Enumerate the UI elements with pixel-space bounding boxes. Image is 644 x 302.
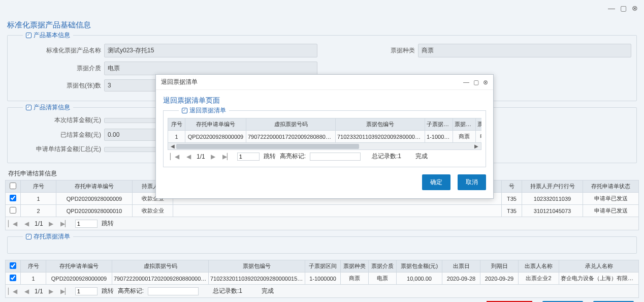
th: 到期日	[480, 260, 519, 273]
h-scrollbar[interactable]: ◀ ▶	[168, 143, 481, 150]
hl-input[interactable]	[310, 153, 361, 161]
check-icon	[26, 105, 31, 110]
settle-pager: ▏◀ ◀ 1/1 ▶ ▶▏ 跳转	[5, 217, 639, 230]
cancel-button[interactable]: 取消	[458, 174, 486, 190]
label-this-amt: 本次结算金额(元)	[13, 116, 104, 125]
window-minimize-icon[interactable]: —	[608, 4, 615, 12]
th: 票据包编号	[336, 118, 425, 131]
th: 存托申请单编号	[185, 118, 246, 131]
pager-jump[interactable]: 跳转	[264, 152, 276, 161]
th: 虚拟票据号码	[246, 118, 336, 131]
modal-title: 退回票据清单	[161, 78, 198, 86]
pager-page-input[interactable]	[237, 153, 260, 161]
pager-jump[interactable]: 跳转	[102, 287, 114, 295]
scroll-right-icon[interactable]: ▶	[473, 143, 480, 149]
th-seq: 序号	[21, 180, 56, 193]
input-product-name[interactable]: 测试y023-存托15	[104, 44, 317, 57]
cell-suffix: T35	[502, 193, 522, 205]
pager-total: 总记录数:1	[372, 152, 401, 161]
pager-done: 完成	[262, 287, 274, 295]
th: 票据介	[476, 118, 482, 131]
modal-table: 序号 存托申请单编号 虚拟票据号码 票据包编号 子票据区间 票据种类 票据介 1…	[168, 118, 481, 143]
th-status: 存托申请单状态	[583, 180, 639, 193]
table-row[interactable]: 1 QPD20200928000009 79072220000172020092…	[6, 273, 639, 285]
pager-prev[interactable]: ◀	[23, 220, 30, 227]
pager-next[interactable]: ▶	[209, 153, 217, 160]
modal-return-list: 退回票据清单 — ▢ ⊗ 退回票据清单页面 退回票据清单 序号 存托申请单编号 …	[155, 74, 494, 199]
window-close-icon[interactable]: ⊗	[632, 4, 638, 12]
table-row[interactable]: 1 QPD20200928000009 79072220000172020092…	[168, 131, 482, 143]
scroll-left-icon[interactable]: ◀	[169, 143, 176, 149]
label-bill-media: 票据介质	[13, 64, 104, 73]
pager-total: 总记录数:1	[213, 287, 242, 295]
input-bill-kind[interactable]: 商票	[418, 44, 631, 57]
row-check[interactable]	[10, 275, 16, 281]
cell: 1-1000000	[425, 131, 453, 143]
pager-first[interactable]: ▏◀	[7, 288, 19, 295]
pager-first[interactable]: ▏◀	[169, 153, 181, 160]
scroll-thumb[interactable]	[176, 144, 359, 149]
cell: 7907222000017202009280880000830	[112, 273, 209, 285]
cell: QPD20200928000009	[185, 131, 246, 143]
modal-maximize-icon[interactable]: ▢	[473, 79, 479, 86]
pager-jump[interactable]: 跳转	[102, 219, 114, 228]
cell: 赛企电力设备（上海）有限公司	[559, 273, 639, 285]
th: 票据包编号	[209, 260, 305, 273]
th: 子票据区间	[305, 260, 341, 273]
cell: 出票企业2	[519, 273, 559, 285]
cell-branch: 310121045073	[522, 205, 583, 217]
basic-legend: 产品基本信息	[34, 31, 70, 40]
hl-input[interactable]	[148, 287, 199, 295]
pager-last[interactable]: ▶▏	[59, 288, 71, 295]
cell: 7907222000017202009280880000830	[246, 131, 336, 143]
settle-check-all[interactable]	[10, 183, 16, 189]
input-bill-media[interactable]: 电票	[104, 62, 317, 75]
cell: 1	[21, 273, 46, 285]
row-check[interactable]	[10, 195, 16, 201]
check-icon	[26, 234, 31, 239]
cell: 10,000.00	[397, 273, 442, 285]
ok-button[interactable]: 确定	[422, 174, 450, 190]
cell: 2020-09-28	[442, 273, 480, 285]
bill-pager: ▏◀ ◀ 1/1 ▶ ▶▏ 跳转 高亮标记: 总记录数:1 完成	[5, 285, 639, 298]
cell: 电票	[476, 131, 482, 143]
label-pkg-count: 票据包(张)数	[13, 81, 104, 90]
cell: 商票	[453, 131, 476, 143]
check-icon	[182, 108, 187, 113]
cell: 2020-09-29	[480, 273, 519, 285]
row-check[interactable]	[10, 207, 16, 214]
hl-label: 高亮标记:	[118, 287, 144, 295]
modal-minimize-icon[interactable]: —	[463, 79, 469, 86]
modal-page-title: 退回票据清单页面	[163, 96, 486, 105]
cell: 1-1000000	[305, 273, 341, 285]
cell-apply: QPD20200928000009	[56, 193, 133, 205]
pager-last[interactable]: ▶▏	[221, 153, 233, 160]
label-bill-kind: 票据种类	[367, 46, 418, 55]
window-maximize-icon[interactable]: ▢	[620, 4, 627, 12]
label-product-name: 标准化票据产品名称	[13, 46, 104, 55]
cell-status: 申请单已发送	[583, 193, 639, 205]
modal-legend: 退回票据清单	[189, 106, 226, 115]
cell-branch: 102332011039	[522, 193, 583, 205]
bill-legend: 存托票据清单	[34, 232, 70, 241]
pager-next[interactable]: ▶	[47, 220, 55, 227]
check-icon	[26, 33, 31, 38]
pager-page: 1/1	[35, 220, 43, 227]
pager-page-input[interactable]	[75, 220, 98, 228]
th: 存托申请单编号	[46, 260, 112, 273]
bill-check-all[interactable]	[10, 262, 16, 269]
th: 票据介质	[369, 260, 397, 273]
th: 承兑人名称	[559, 260, 639, 273]
pager-prev[interactable]: ◀	[23, 288, 30, 295]
label-apply-total: 申请单结算金额汇总(元)	[13, 145, 104, 154]
pager-last[interactable]: ▶▏	[59, 220, 71, 227]
pager-next[interactable]: ▶	[47, 288, 55, 295]
modal-close-icon[interactable]: ⊗	[483, 79, 488, 86]
pager-first[interactable]: ▏◀	[7, 220, 19, 227]
th: 票据种类	[341, 260, 369, 273]
table-row[interactable]: 2 QPD20200928000010 收款企业 T35 31012104507…	[6, 205, 639, 217]
cell-seq: 1	[21, 193, 56, 205]
pager-page-input[interactable]	[75, 287, 98, 295]
pager-prev[interactable]: ◀	[185, 153, 192, 160]
cell-seq: 2	[21, 205, 56, 217]
